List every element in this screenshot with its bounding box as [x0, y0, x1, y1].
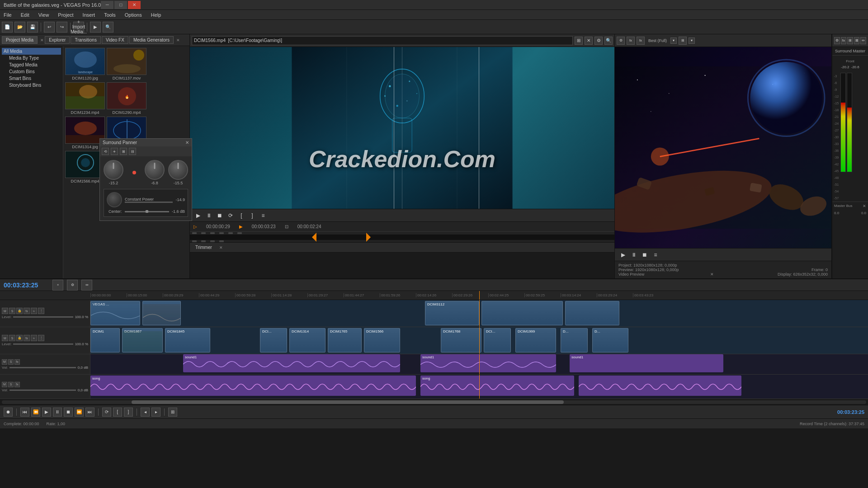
transport-loop[interactable]: ⟳ — [102, 408, 111, 417]
transport-prev-frame[interactable]: ⏪ — [31, 408, 40, 417]
media-item-dcim1234[interactable]: DCIM1234.mp4 — [65, 82, 105, 115]
transport-go-start[interactable]: ⏮ — [20, 408, 29, 417]
transport-jog-fwd[interactable]: ▸ — [151, 408, 160, 417]
menu-tools[interactable]: Tools — [102, 11, 118, 19]
tv2-mute[interactable]: M — [2, 335, 8, 341]
clip-dcim1999[interactable]: DCIM1999 — [515, 328, 556, 352]
transport-stop[interactable]: ⏹ — [64, 408, 73, 417]
tree-media-by-type[interactable]: Media By Type — [2, 55, 61, 61]
tv1-fx[interactable]: fx — [24, 308, 30, 314]
preview-stop-btn[interactable]: ⏹ — [215, 211, 224, 220]
rp-quality-btn[interactable]: ▾ — [670, 38, 677, 44]
preview-loop-btn[interactable]: ⟳ — [226, 211, 235, 220]
clip-v1-5[interactable] — [565, 301, 619, 325]
rp-zoom-btn[interactable]: ▾ — [689, 38, 695, 44]
maximize-button[interactable]: □ — [114, 1, 127, 9]
clip-dci-3[interactable]: DCI... — [484, 328, 511, 352]
sp-reset-btn[interactable]: ⟲ — [102, 148, 109, 155]
import-media-button[interactable]: + Import Media... — [73, 22, 84, 33]
preview-zoom-btn[interactable]: 🔍 — [604, 37, 613, 45]
media-item-dcim1137[interactable]: DCIM1137.mov — [107, 48, 146, 80]
tab-project-media[interactable]: Project Media — [2, 36, 38, 44]
rp-settings-btn[interactable]: ⚙ — [617, 37, 625, 45]
ta2-mute[interactable]: M — [2, 382, 7, 387]
tv2-motion[interactable]: ≈ — [31, 335, 37, 341]
timeline-scrollbar-thumb[interactable] — [132, 400, 564, 404]
zoom-button[interactable]: 🔍 — [103, 22, 113, 33]
clip-dcim1765[interactable]: DCIM1765 — [328, 328, 362, 352]
rp-param-btn[interactable]: fx — [627, 37, 635, 45]
undo-button[interactable]: ↩ — [44, 22, 55, 33]
sm-grid3-btn[interactable]: ⊠ — [854, 37, 860, 44]
ta1-vol-slider[interactable] — [9, 367, 76, 368]
transport-go-end[interactable]: ⏭ — [85, 408, 94, 417]
transport-play[interactable]: ▶ — [42, 408, 51, 417]
ta1-mute[interactable]: M — [2, 359, 7, 365]
tv2-solo[interactable]: S — [9, 335, 15, 341]
open-button[interactable]: 📂 — [14, 22, 25, 33]
menu-view[interactable]: View — [37, 11, 51, 19]
tree-smart-bins[interactable]: Smart Bins — [2, 75, 61, 82]
clip-dci-2[interactable]: DCI... — [260, 328, 287, 352]
clip-v1-4[interactable] — [481, 301, 563, 325]
audio2-clip-3[interactable] — [579, 375, 741, 396]
sp-add-btn[interactable]: + — [111, 148, 118, 155]
clip-v1-2[interactable] — [142, 301, 181, 325]
clip-d-5[interactable]: D... — [592, 328, 628, 352]
close-button[interactable]: ✕ — [128, 1, 141, 9]
clip-dcim1768[interactable]: DCIM1768 — [441, 328, 481, 352]
clip-dcim1867[interactable]: DCIM1867 — [122, 328, 163, 352]
transport-jog-back[interactable]: ◂ — [141, 408, 150, 417]
transport-pause[interactable]: ⏸ — [53, 408, 62, 417]
transport-scratch[interactable]: ⊞ — [168, 408, 177, 417]
panner-center-knob[interactable] — [107, 192, 122, 207]
tree-tagged-media[interactable]: Tagged Media — [2, 61, 61, 68]
menu-file[interactable]: File — [2, 11, 14, 19]
sm-settings-btn[interactable]: ⚙ — [834, 37, 840, 44]
tv1-more[interactable]: ⋮ — [38, 308, 44, 314]
panner-knob-center-ctrl[interactable] — [145, 160, 165, 180]
sp-snap-btn[interactable]: ⊟ — [129, 148, 136, 155]
play-button[interactable]: ▶ — [90, 22, 101, 33]
preview-markout-btn[interactable]: ] — [248, 211, 257, 220]
tv1-mute[interactable]: M — [2, 308, 8, 314]
tab-transitions[interactable]: Transitions — [71, 36, 101, 44]
tab-explorer[interactable]: Explorer — [45, 36, 70, 44]
tv1-motion[interactable]: ≈ — [31, 308, 37, 314]
tree-storyboard-bins[interactable]: Storyboard Bins — [2, 82, 61, 89]
new-button[interactable]: 📄 — [2, 22, 13, 33]
sp-grid-btn[interactable]: ⊞ — [120, 148, 127, 155]
preview-markin-btn[interactable]: [ — [237, 211, 246, 220]
tv2-lock[interactable]: 🔒 — [16, 335, 23, 341]
menu-project[interactable]: Project — [56, 11, 75, 19]
rp-props-btn[interactable]: ≡ — [651, 250, 660, 259]
trimmer-close[interactable]: ✕ — [219, 245, 223, 250]
audio1-clip-1[interactable]: sound1 — [183, 354, 400, 372]
preview-pause-btn[interactable]: ⏸ — [204, 211, 213, 220]
audio2-clip-2[interactable]: song — [420, 375, 574, 396]
project-media-close[interactable]: ✕ — [40, 38, 44, 42]
media-generators-close[interactable]: ✕ — [176, 38, 180, 42]
menu-options[interactable]: Options — [123, 11, 144, 19]
panner-knob-right-ctrl[interactable] — [168, 160, 188, 180]
audio2-clip-1[interactable]: song — [90, 375, 416, 396]
panner-center-slider[interactable] — [125, 202, 173, 203]
media-item-dcim1290[interactable]: 🔥 DCIM1290.mp4 — [107, 82, 146, 115]
tab-video-fx[interactable]: Video FX — [102, 36, 128, 44]
redo-button[interactable]: ↪ — [57, 22, 67, 33]
clip-dcim1845[interactable]: DCIM1845 — [165, 328, 210, 352]
rp-pause-btn[interactable]: ⏸ — [629, 250, 638, 259]
media-item-dcim1566[interactable]: DCIM1566.mp4 — [65, 151, 105, 183]
tl-settings[interactable]: ⚙ — [67, 280, 78, 291]
transport-mark-out[interactable]: ] — [124, 408, 133, 417]
timeline-scrollbar-track[interactable] — [2, 400, 866, 404]
clip-dcim3112[interactable]: DCIM3112 — [425, 301, 479, 325]
rp-grid-btn[interactable]: ⊞ — [679, 37, 687, 45]
tv1-level-slider[interactable] — [13, 316, 73, 318]
preview-path-input[interactable] — [192, 36, 573, 45]
transport-record[interactable]: ⏺ — [4, 408, 13, 417]
ta1-fx[interactable]: fx — [14, 359, 20, 365]
trimmer-tab[interactable]: Trimmer — [192, 244, 216, 251]
sm-grid2-btn[interactable]: ⊞ — [847, 37, 853, 44]
tree-all-media[interactable]: All Media — [2, 48, 61, 55]
